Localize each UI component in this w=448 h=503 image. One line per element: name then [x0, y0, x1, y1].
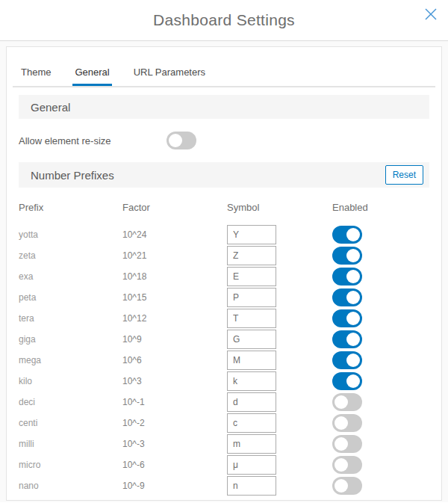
prefix-factor: 10^-3 — [122, 439, 227, 449]
enabled-toggle[interactable] — [332, 226, 362, 244]
prefix-table-body: yotta10^24zeta10^21exa10^18peta10^15tera… — [19, 224, 429, 496]
prefix-row-micro: micro10^-6 — [19, 454, 429, 475]
prefix-row-giga: giga10^9 — [19, 329, 429, 350]
enabled-toggle[interactable] — [332, 414, 362, 432]
enabled-toggle[interactable] — [332, 435, 362, 453]
symbol-input[interactable] — [227, 225, 276, 244]
prefix-row-nano: nano10^-9 — [19, 475, 429, 496]
prefix-row-kilo: kilo10^3 — [19, 371, 429, 392]
enabled-toggle[interactable] — [332, 247, 362, 265]
prefix-name: yotta — [19, 229, 122, 240]
prefix-factor: 10^-1 — [122, 397, 227, 407]
toggle-knob — [346, 333, 360, 346]
tab-url-parameters[interactable]: URL Parameters — [131, 67, 208, 86]
prefix-row-deci: deci10^-1 — [19, 392, 429, 413]
symbol-input[interactable] — [227, 392, 276, 412]
column-header-enabled: Enabled — [332, 202, 429, 213]
number-prefixes-title: Number Prefixes — [31, 169, 114, 182]
prefix-row-zeta: zeta10^21 — [19, 245, 429, 266]
symbol-input[interactable] — [227, 351, 276, 370]
prefix-row-centi: centi10^-2 — [19, 413, 429, 433]
symbol-input[interactable] — [227, 476, 276, 496]
close-icon[interactable] — [422, 5, 440, 23]
prefix-name: mega — [19, 355, 122, 365]
prefix-name: giga — [19, 334, 122, 345]
symbol-input[interactable] — [227, 246, 276, 265]
symbol-input[interactable] — [227, 371, 276, 391]
prefix-factor: 10^21 — [122, 250, 227, 261]
prefix-name: deci — [19, 397, 122, 407]
prefix-name: micro — [19, 460, 122, 470]
enabled-toggle[interactable] — [332, 288, 362, 306]
allow-resize-toggle[interactable] — [167, 132, 196, 149]
prefix-factor: 10^12 — [122, 313, 227, 324]
column-header-factor: Factor — [122, 202, 227, 213]
enabled-toggle[interactable] — [332, 456, 362, 474]
enabled-toggle[interactable] — [332, 330, 362, 348]
enabled-toggle[interactable] — [332, 309, 362, 327]
prefix-factor: 10^6 — [122, 355, 227, 365]
symbol-input[interactable] — [227, 267, 276, 286]
general-section-header: General — [19, 95, 429, 119]
toggle-knob — [335, 437, 348, 451]
toggle-knob — [346, 291, 360, 304]
dialog-title: Dashboard Settings — [153, 11, 295, 29]
prefix-factor: 10^-2 — [122, 418, 227, 428]
toggle-knob — [346, 374, 360, 388]
prefix-factor: 10^-9 — [122, 481, 227, 491]
enabled-toggle[interactable] — [332, 372, 362, 390]
toggle-knob — [346, 249, 360, 262]
prefix-name: milli — [19, 439, 122, 449]
symbol-input[interactable] — [227, 330, 276, 349]
allow-resize-label: Allow element re-size — [19, 135, 167, 146]
toggle-knob — [346, 270, 360, 283]
prefix-factor: 10^15 — [122, 292, 227, 303]
prefix-row-milli: milli10^-3 — [19, 433, 429, 454]
toggle-knob — [335, 458, 348, 472]
toggle-knob — [346, 354, 360, 367]
symbol-input[interactable] — [227, 434, 276, 454]
prefix-name: nano — [19, 481, 122, 491]
toggle-knob — [335, 479, 348, 493]
tab-general[interactable]: General — [72, 67, 111, 86]
toggle-knob — [335, 395, 348, 409]
symbol-input[interactable] — [227, 413, 276, 433]
dialog-body: Theme General URL Parameters General All… — [0, 41, 448, 502]
prefix-row-mega: mega10^6 — [19, 350, 429, 371]
prefix-factor: 10^9 — [122, 334, 227, 345]
tab-divider — [13, 86, 435, 87]
prefix-name: kilo — [19, 376, 122, 386]
prefix-row-tera: tera10^12 — [19, 308, 429, 329]
prefix-table-header: Prefix Factor Symbol Enabled — [19, 202, 429, 213]
general-section-title: General — [31, 101, 70, 114]
prefix-factor: 10^18 — [122, 271, 227, 282]
prefix-row-exa: exa10^18 — [19, 266, 429, 287]
toggle-knob — [169, 134, 182, 147]
symbol-input[interactable] — [227, 288, 276, 307]
symbol-input[interactable] — [227, 309, 276, 328]
general-tab-content: General Allow element re-size Number Pre… — [7, 95, 441, 496]
prefix-row-peta: peta10^15 — [19, 287, 429, 308]
prefix-name: peta — [19, 292, 122, 303]
prefix-row-yotta: yotta10^24 — [19, 224, 429, 245]
enabled-toggle[interactable] — [332, 477, 362, 495]
symbol-input[interactable] — [227, 455, 276, 475]
reset-button[interactable]: Reset — [385, 165, 423, 185]
prefix-factor: 10^-6 — [122, 460, 227, 470]
settings-panel: Theme General URL Parameters General All… — [6, 46, 442, 501]
enabled-toggle[interactable] — [332, 393, 362, 411]
enabled-toggle[interactable] — [332, 268, 362, 286]
number-prefixes-section-header: Number Prefixes Reset — [19, 162, 429, 188]
dialog-titlebar: Dashboard Settings — [0, 0, 448, 41]
dashboard-settings-dialog: Dashboard Settings Theme General URL Par… — [0, 0, 448, 503]
tab-theme[interactable]: Theme — [19, 67, 53, 86]
enabled-toggle[interactable] — [332, 351, 362, 369]
prefix-factor: 10^3 — [122, 376, 227, 386]
prefix-name: zeta — [19, 250, 122, 261]
toggle-knob — [335, 416, 348, 430]
prefix-name: exa — [19, 271, 122, 282]
prefix-name: centi — [19, 418, 122, 428]
allow-resize-row: Allow element re-size — [19, 119, 429, 162]
column-header-prefix: Prefix — [19, 202, 122, 213]
prefix-name: tera — [19, 313, 122, 324]
